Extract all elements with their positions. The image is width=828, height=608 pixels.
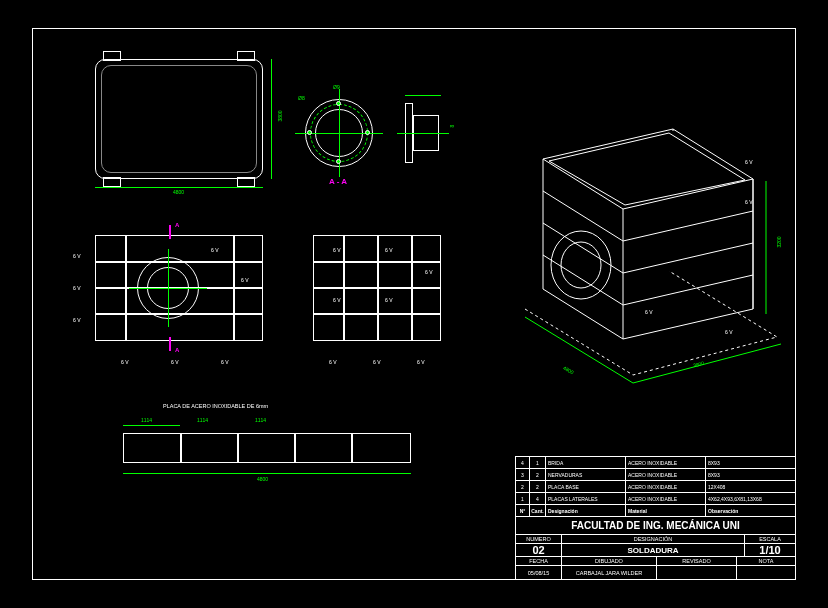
escala-label: ESCALA [745, 535, 795, 544]
title-block: 4 1 BRIDA ACERO INOXIDABLE 8X93 3 2 NERV… [515, 456, 795, 579]
bom-num: 1 [516, 493, 530, 504]
base-seg-div [351, 433, 353, 463]
bom-hdr-n: N° [516, 505, 530, 516]
bom-des: PLACA BASE [546, 481, 626, 492]
flange-dim-od: Ø9 [333, 84, 340, 90]
fecha-value: 05/08/15 [516, 566, 561, 579]
revisado-value [657, 566, 736, 579]
top-dim-w-line [95, 187, 263, 188]
bom-row: 2 2 PLACA BASE ACERO INOXIDABLE 12X408 [516, 481, 795, 493]
bolt-hole-icon [365, 130, 370, 135]
designacion-label: DESIGNACIÓN [562, 535, 744, 544]
weld-symbol: 6 V [333, 297, 341, 303]
section-label: A - A [329, 177, 347, 186]
bom-num: 3 [516, 469, 530, 480]
svg-point-0 [551, 231, 611, 299]
top-lug-3 [103, 177, 121, 187]
bom-obs: 8X93 [706, 457, 795, 468]
flange-dim-bcd: Ø8 [298, 95, 305, 101]
weld-symbol: 6 V [329, 359, 337, 365]
weld-symbol: 6 V [425, 269, 433, 275]
drawing-sheet-frame: 4800 3800 Ø9 Ø8 A - A 8 [32, 28, 796, 580]
revisado-label: REVISADO [657, 557, 736, 566]
note-plate-label: PLACA DE ACERO INOXIDABLE DE 6mm [163, 403, 268, 409]
base-seg-dim-line [123, 425, 180, 426]
bolt-hole-icon [336, 101, 341, 106]
dibujado-value: CARBAJAL JARA WILDER [562, 566, 656, 579]
weld-symbol: 6 V [333, 247, 341, 253]
top-dim-h-line [271, 59, 272, 179]
escala-value: 1/10 [745, 544, 795, 556]
base-seg-dim: 1114 [255, 417, 266, 423]
bom-des: NERVADURAS [546, 469, 626, 480]
side-vert-1 [343, 235, 345, 341]
base-plate-outline [123, 433, 411, 463]
front-vert-2 [233, 235, 235, 341]
section-cut-marker [169, 337, 171, 351]
section-letter: A [175, 222, 179, 228]
faculty-title: FACULTAD DE ING. MECÁNICA UNI [516, 517, 795, 535]
side-vert-3 [411, 235, 413, 341]
top-lug-4 [237, 177, 255, 187]
weld-symbol: 6 V [221, 359, 229, 365]
weld-symbol: 6 V [211, 247, 219, 253]
bom-row: 3 2 NERVADURAS ACERO INOXIDABLE 8X93 [516, 469, 795, 481]
section-cut-marker [169, 225, 171, 239]
bom-mat: ACERO INOXIDABLE [626, 493, 706, 504]
weld-symbol: 6 V [171, 359, 179, 365]
numero-value: 02 [516, 544, 561, 556]
bom-obs: 8X93 [706, 469, 795, 480]
bom-des: BRIDA [546, 457, 626, 468]
flange-section-axis [397, 133, 449, 134]
weld-symbol: 6 V [385, 247, 393, 253]
weld-symbol: 6 V [645, 309, 653, 315]
nota-label: NOTA [737, 557, 795, 566]
top-dim-h: 3800 [277, 110, 283, 121]
top-dim-w: 4800 [173, 189, 184, 195]
weld-symbol: 6 V [725, 329, 733, 335]
bom-des: PLACAS LATERALES [546, 493, 626, 504]
bom-row: 4 1 BRIDA ACERO INOXIDABLE 8X93 [516, 457, 795, 469]
top-lug-1 [103, 51, 121, 61]
weld-symbol: 6 V [241, 277, 249, 283]
bom-qty: 4 [530, 493, 546, 504]
bom-obs: 4X62,4X93,6X81,13X68 [706, 493, 795, 504]
bolt-hole-icon [307, 130, 312, 135]
flange-sect-dim-h: 8 [449, 125, 455, 128]
weld-symbol: 6 V [121, 359, 129, 365]
bom-obs: 12X408 [706, 481, 795, 492]
weld-symbol: 6 V [745, 159, 753, 165]
weld-symbol: 6 V [73, 317, 81, 323]
bom-num: 2 [516, 481, 530, 492]
weld-symbol: 6 V [417, 359, 425, 365]
bom-qty: 1 [530, 457, 546, 468]
weld-symbol: 6 V [73, 253, 81, 259]
weld-symbol: 6 V [373, 359, 381, 365]
base-seg-div [294, 433, 296, 463]
bom-hdr-mat: Material [626, 505, 706, 516]
bom-header-row: N° Cant. Designación Material Observació… [516, 505, 795, 517]
side-vert-2 [377, 235, 379, 341]
bom-hdr-des: Designación [546, 505, 626, 516]
bolt-hole-icon [336, 159, 341, 164]
flange-sect-dim-line [405, 95, 441, 96]
title-row-3: FECHA 05/08/15 DIBUJADO CARBAJAL JARA WI… [516, 557, 795, 579]
front-flange-axis-v [168, 249, 169, 327]
bom-mat: ACERO INOXIDABLE [626, 469, 706, 480]
bom-mat: ACERO INOXIDABLE [626, 457, 706, 468]
top-lug-2 [237, 51, 255, 61]
numero-label: NUMERO [516, 535, 561, 544]
base-seg-dim: 1114 [197, 417, 208, 423]
bom-hdr-cant: Cant. [530, 505, 546, 516]
title-row-2: NUMERO 02 DESIGNACIÓN SOLDADURA ESCALA 1… [516, 535, 795, 557]
drawing-canvas: 4800 3800 Ø9 Ø8 A - A 8 [33, 29, 795, 579]
bom-num: 4 [516, 457, 530, 468]
fecha-label: FECHA [516, 557, 561, 566]
weld-symbol: 6 V [745, 199, 753, 205]
bom-qty: 2 [530, 469, 546, 480]
weld-symbol: 6 V [385, 297, 393, 303]
base-seg-dim: 1114 [141, 417, 152, 423]
svg-point-1 [561, 242, 601, 288]
bom-qty: 2 [530, 481, 546, 492]
base-seg-div [237, 433, 239, 463]
